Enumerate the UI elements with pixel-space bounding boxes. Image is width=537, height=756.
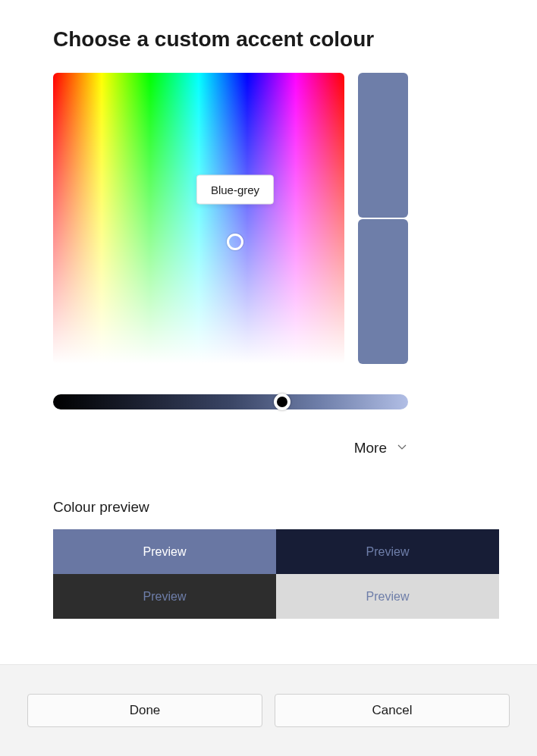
color-tooltip: Blue-grey xyxy=(196,174,274,204)
value-slider-handle[interactable] xyxy=(274,394,290,410)
cancel-button[interactable]: Cancel xyxy=(275,694,510,727)
dialog-footer: Done Cancel xyxy=(0,664,537,756)
color-swatch-current xyxy=(358,219,408,364)
preview-cell-accent-light: Preview xyxy=(53,529,276,574)
preview-cell-dark-bg: Preview xyxy=(53,574,276,619)
more-toggle[interactable]: More xyxy=(53,440,408,456)
preview-section-label: Colour preview xyxy=(53,499,510,516)
color-swatch-column xyxy=(358,73,408,364)
preview-cell-accent-dark: Preview xyxy=(276,529,499,574)
value-slider[interactable] xyxy=(53,394,408,409)
more-label: More xyxy=(354,440,387,456)
preview-cell-light-bg: Preview xyxy=(276,574,499,619)
color-swatch-previous xyxy=(358,73,408,218)
preview-grid: Preview Preview Preview Preview xyxy=(53,529,499,619)
dialog-title: Choose a custom accent colour xyxy=(53,27,510,52)
chevron-down-icon xyxy=(396,441,408,456)
spectrum-cursor[interactable] xyxy=(227,234,243,250)
done-button[interactable]: Done xyxy=(27,694,262,727)
color-spectrum[interactable]: Blue-grey xyxy=(53,73,344,364)
